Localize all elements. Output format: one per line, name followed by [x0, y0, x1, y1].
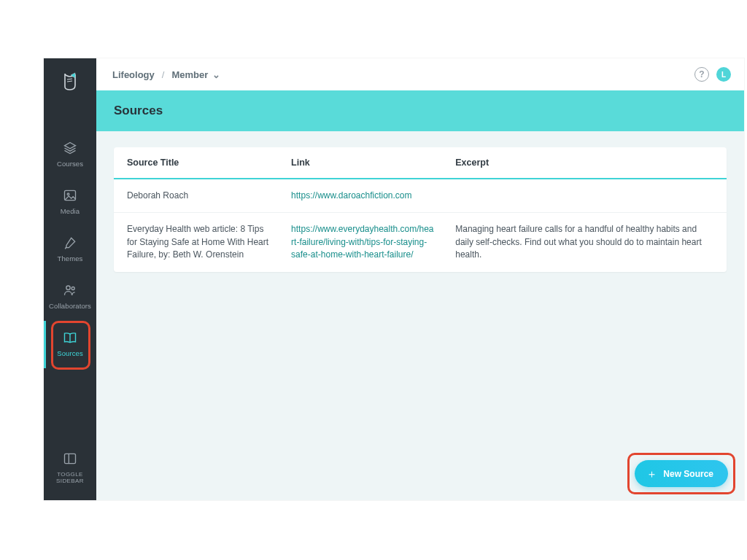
page-title: Sources	[114, 104, 727, 118]
cell-link[interactable]: https://www.daroachfiction.com	[291, 190, 455, 202]
breadcrumb-root[interactable]: Lifeology	[112, 69, 155, 80]
content-area: Source Title Link Excerpt Deborah Roach …	[96, 131, 744, 500]
sidebar-toggle[interactable]: TOGGLESIDEBAR	[44, 442, 96, 494]
new-source-button[interactable]: ＋ New Source	[635, 460, 728, 487]
topbar: Lifeology / Member ⌄ ? L	[96, 58, 744, 90]
svg-point-5	[66, 286, 70, 289]
plus-icon: ＋	[646, 468, 657, 479]
breadcrumb-separator: /	[162, 69, 165, 80]
sources-table: Source Title Link Excerpt Deborah Roach …	[114, 147, 727, 272]
chevron-down-icon: ⌄	[212, 69, 220, 80]
help-icon[interactable]: ?	[694, 67, 709, 82]
svg-marker-2	[65, 143, 76, 149]
sidebar-item-label: Collaborators	[49, 303, 91, 311]
svg-line-1	[67, 81, 72, 82]
sidebar-item-themes[interactable]: Themes	[44, 226, 96, 273]
image-icon	[62, 187, 78, 203]
table-header-row: Source Title Link Excerpt	[114, 147, 727, 179]
main-panel: Lifeology / Member ⌄ ? L Sources Source …	[96, 58, 744, 500]
svg-line-0	[67, 79, 72, 79]
breadcrumb-current[interactable]: Member ⌄	[171, 69, 220, 80]
breadcrumb: Lifeology / Member ⌄	[112, 69, 220, 80]
fab-container: ＋ New Source	[635, 460, 728, 487]
paint-icon	[62, 235, 78, 251]
app-shell: Courses Media Themes	[44, 58, 744, 500]
col-header-link: Link	[291, 158, 455, 168]
cell-title: Everyday Health web article: 8 Tips for …	[127, 223, 291, 261]
users-icon	[62, 282, 78, 298]
col-header-excerpt: Excerpt	[455, 158, 713, 168]
svg-point-6	[71, 287, 74, 289]
cell-excerpt	[455, 190, 713, 202]
sidebar-item-label: Courses	[57, 160, 83, 168]
sidebar-item-sources[interactable]: Sources	[44, 321, 96, 368]
sidebar-item-label: Sources	[57, 350, 83, 358]
sidebar-item-collaborators[interactable]: Collaborators	[44, 273, 96, 321]
svg-rect-8	[65, 454, 76, 463]
fab-label: New Source	[663, 469, 713, 479]
table-row[interactable]: Everyday Health web article: 8 Tips for …	[114, 213, 727, 271]
logo-icon	[61, 71, 79, 91]
sidebar-item-media[interactable]: Media	[44, 179, 96, 226]
sidebar-item-courses[interactable]: Courses	[44, 131, 96, 179]
sidebar-toggle-icon	[62, 451, 78, 467]
table-row[interactable]: Deborah Roach https://www.daroachfiction…	[114, 179, 727, 213]
sidebar-item-label: Media	[61, 208, 80, 216]
app-logo[interactable]	[44, 58, 96, 104]
sidebar-toggle-label: TOGGLESIDEBAR	[56, 471, 84, 484]
book-icon	[62, 330, 78, 346]
svg-point-4	[67, 193, 69, 195]
sidebar: Courses Media Themes	[44, 58, 96, 500]
stack-icon	[62, 140, 78, 156]
avatar[interactable]: L	[716, 67, 731, 82]
page-header: Sources	[96, 90, 744, 131]
col-header-title: Source Title	[127, 158, 291, 168]
cell-title: Deborah Roach	[127, 190, 291, 202]
sidebar-item-label: Themes	[58, 255, 83, 263]
cell-link[interactable]: https://www.everydayhealth.com/heart-fai…	[291, 223, 455, 261]
cell-excerpt: Managing heart failure calls for a handf…	[455, 223, 713, 261]
